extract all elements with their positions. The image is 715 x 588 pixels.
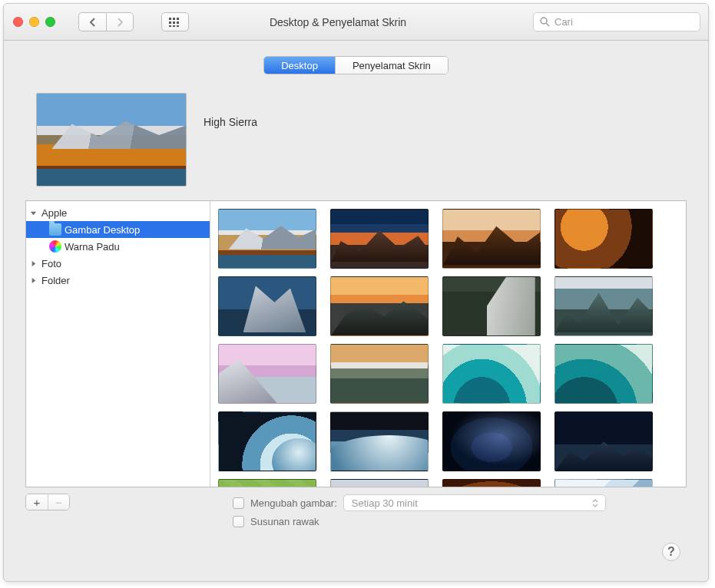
tab-screensaver[interactable]: Penyelamat Skrin [335, 57, 448, 74]
svg-line-10 [546, 23, 549, 26]
change-options: Mengubah gambar: Setiap 30 minit Susunan… [233, 494, 606, 530]
current-wallpaper-row: High Sierra [25, 93, 687, 187]
wallpaper-thumb[interactable] [442, 479, 541, 487]
window-controls [12, 17, 55, 27]
search-field[interactable]: Cari [533, 12, 700, 31]
tree-label: Folder [41, 275, 70, 286]
wallpaper-thumb[interactable] [554, 276, 653, 336]
nav-buttons [78, 12, 134, 31]
random-order-checkbox[interactable] [233, 516, 244, 527]
add-folder-button[interactable]: + [26, 494, 48, 510]
wallpaper-thumb[interactable] [442, 276, 541, 336]
content: Desktop Penyelamat Skrin High Sierra App… [4, 41, 708, 581]
thumbnail-grid [210, 201, 686, 487]
tree-label: Gambar Desktop [65, 224, 140, 236]
wallpaper-thumb[interactable] [554, 209, 653, 269]
wallpaper-thumb[interactable] [442, 411, 541, 471]
popup-arrows-icon [590, 499, 601, 507]
zoom-button[interactable] [45, 17, 55, 27]
window-title: Desktop & Penyelamat Skrin [149, 16, 527, 28]
wallpaper-thumb[interactable] [218, 411, 316, 471]
wallpaper-thumb[interactable] [330, 411, 429, 471]
search-placeholder: Cari [554, 16, 573, 28]
back-button[interactable] [78, 12, 106, 31]
source-sidebar: Apple Gambar Desktop Warna Padu Foto [26, 201, 210, 487]
forward-button[interactable] [106, 12, 134, 31]
search-icon [540, 17, 550, 27]
remove-folder-button[interactable]: − [48, 494, 69, 510]
change-interval-value: Setiap 30 minit [352, 497, 418, 509]
tree-photos[interactable]: Foto [26, 255, 210, 272]
change-interval-popup[interactable]: Setiap 30 minit [343, 494, 606, 511]
tree-apple[interactable]: Apple [26, 204, 210, 221]
tab-desktop[interactable]: Desktop [264, 57, 335, 74]
random-order-label: Susunan rawak [250, 516, 319, 527]
add-remove-group: + − [25, 494, 70, 510]
change-picture-checkbox[interactable] [233, 497, 244, 509]
disclosure-down-icon [28, 207, 38, 218]
wallpaper-thumb[interactable] [218, 479, 316, 487]
wallpaper-thumb[interactable] [554, 344, 653, 404]
wallpaper-thumb[interactable] [330, 479, 429, 487]
tree-label: Apple [41, 207, 67, 219]
disclosure-right-icon [28, 258, 38, 269]
current-wallpaper-name: High Sierra [204, 116, 257, 128]
titlebar: Desktop & Penyelamat Skrin Cari [4, 4, 708, 41]
close-button[interactable] [13, 17, 23, 27]
tree-label: Foto [41, 258, 61, 269]
help-icon: ? [667, 545, 675, 559]
svg-point-9 [541, 18, 547, 24]
wallpaper-thumb[interactable] [330, 344, 429, 404]
current-wallpaper-preview [36, 93, 187, 187]
tree-solid-colors[interactable]: Warna Padu [26, 238, 210, 255]
wallpaper-browser: Apple Gambar Desktop Warna Padu Foto [25, 200, 687, 487]
wallpaper-thumb[interactable] [218, 209, 316, 269]
help-button[interactable]: ? [662, 543, 680, 561]
color-wheel-icon [49, 240, 61, 253]
tree-label: Warna Padu [65, 241, 120, 253]
folder-icon [49, 223, 61, 236]
wallpaper-thumb[interactable] [218, 344, 316, 404]
wallpaper-thumb[interactable] [442, 344, 541, 404]
minimize-button[interactable] [29, 17, 39, 27]
tree-desktop-pictures[interactable]: Gambar Desktop [26, 221, 210, 238]
wallpaper-thumb[interactable] [554, 479, 653, 487]
wallpaper-thumb[interactable] [442, 209, 541, 269]
wallpaper-thumb[interactable] [330, 209, 429, 269]
tab-group: Desktop Penyelamat Skrin [263, 56, 449, 74]
wallpaper-thumb[interactable] [218, 276, 316, 336]
prefs-window: Desktop & Penyelamat Skrin Cari Desktop … [3, 3, 709, 582]
disclosure-right-icon [28, 275, 38, 286]
wallpaper-thumb[interactable] [554, 411, 653, 471]
change-picture-label: Mengubah gambar: [250, 497, 337, 509]
tree-folders[interactable]: Folder [26, 272, 210, 289]
wallpaper-thumb[interactable] [330, 276, 429, 336]
footer-controls: + − Mengubah gambar: Setiap 30 minit [25, 494, 687, 530]
